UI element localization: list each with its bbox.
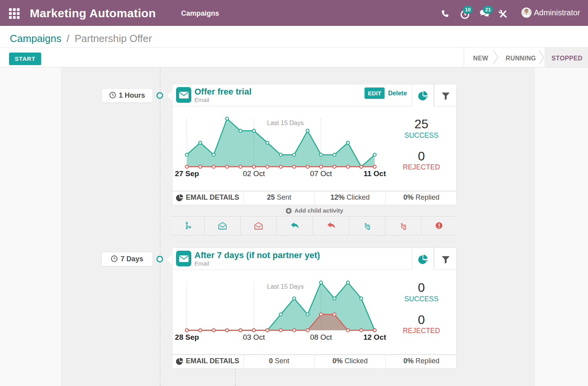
svg-text:11 Oct: 11 Oct: [363, 169, 386, 178]
svg-text:08 Oct: 08 Oct: [310, 333, 332, 341]
svg-text:Last 15 Days: Last 15 Days: [267, 120, 303, 126]
svg-text:12 Oct: 12 Oct: [363, 333, 387, 341]
svg-text:27 Sep: 27 Sep: [175, 169, 199, 178]
svg-text:28 Sep: 28 Sep: [175, 333, 199, 341]
svg-text:03 Oct: 03 Oct: [243, 333, 265, 341]
svg-text:07 Oct: 07 Oct: [310, 169, 332, 178]
svg-text:02 Oct: 02 Oct: [243, 169, 265, 178]
svg-text:Last 15 Days: Last 15 Days: [267, 283, 303, 290]
